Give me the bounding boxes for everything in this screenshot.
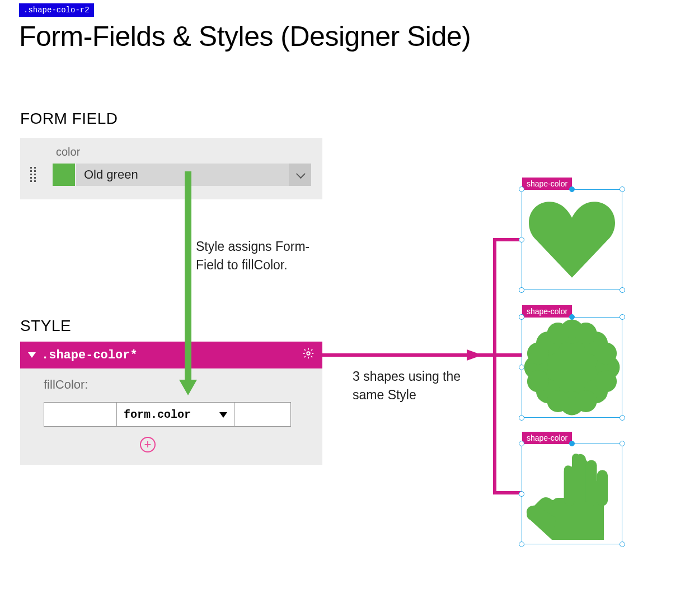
hand-icon: [522, 444, 622, 544]
form-field-label: color: [56, 146, 80, 158]
drag-handle-icon[interactable]: [30, 167, 38, 184]
arrow-style-to-shapes: [322, 349, 485, 361]
style-binding-input[interactable]: form.color: [44, 402, 291, 427]
section-heading-style: STYLE: [20, 317, 71, 335]
svg-point-15: [575, 323, 597, 344]
heart-icon: [522, 190, 622, 290]
binding-suffix-input[interactable]: [234, 403, 290, 426]
flower-icon: [522, 318, 622, 417]
style-property-label: fillColor:: [44, 377, 88, 392]
color-select-value: Old green: [84, 167, 138, 182]
shape-instance-hand[interactable]: shape-color: [522, 444, 622, 544]
binding-expression-input[interactable]: form.color: [117, 403, 234, 426]
shape-class-badge: shape-color: [522, 178, 572, 190]
style-rule-name: .shape-color*: [41, 348, 138, 362]
color-swatch[interactable]: [53, 164, 75, 186]
svg-rect-24: [575, 454, 586, 506]
narrative-usage: 3 shapes using the same Style: [353, 367, 465, 405]
svg-rect-26: [597, 470, 608, 506]
shape-class-badge: shape-color: [522, 432, 572, 444]
class-tag-top: .shape-colo-r2: [19, 3, 94, 17]
shape-instance-flower[interactable]: shape-color: [522, 317, 622, 418]
page-title: Form-Fields & Styles (Designer Side): [19, 20, 471, 53]
svg-point-17: [575, 390, 597, 412]
shape-class-badge: shape-color: [522, 305, 572, 318]
binding-expression-value: form.color: [124, 408, 191, 421]
svg-point-21: [595, 370, 617, 392]
binding-prefix-input[interactable]: [44, 403, 117, 426]
svg-point-0: [307, 352, 310, 355]
svg-point-14: [547, 323, 569, 344]
bracket-three-shapes: [478, 237, 523, 506]
style-rule-header[interactable]: .shape-color*: [20, 342, 322, 368]
dropdown-caret-icon[interactable]: [219, 412, 227, 418]
style-panel: .shape-color* fillColor: form.color +: [20, 342, 322, 465]
shape-instance-heart[interactable]: shape-color: [522, 189, 622, 290]
add-property-button[interactable]: +: [140, 437, 156, 452]
svg-marker-4: [467, 349, 482, 361]
svg-point-19: [527, 370, 549, 392]
svg-rect-23: [564, 466, 575, 506]
color-select[interactable]: Old green: [76, 164, 311, 186]
svg-point-20: [595, 343, 617, 365]
chevron-down-icon[interactable]: [289, 164, 311, 186]
gear-icon[interactable]: [302, 347, 315, 363]
form-field-panel: color Old green: [20, 138, 322, 199]
narrative-assign: Style assigns Form-Field to fillColor.: [196, 237, 313, 275]
svg-point-18: [527, 343, 549, 365]
svg-rect-25: [586, 460, 597, 506]
section-heading-formfield: FORM FIELD: [20, 110, 118, 128]
disclosure-triangle-icon[interactable]: [28, 352, 36, 358]
svg-point-16: [547, 390, 569, 412]
